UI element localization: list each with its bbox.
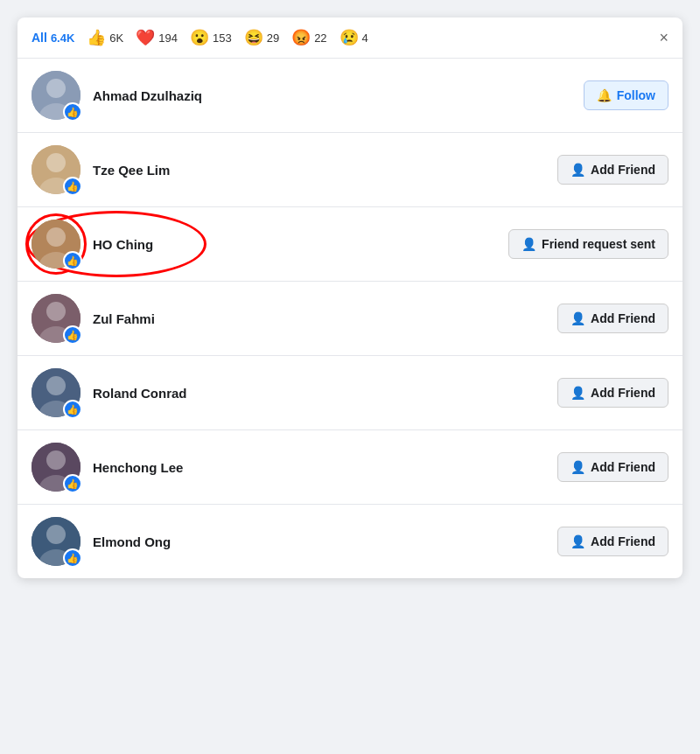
- action-icon: 👤: [570, 386, 585, 400]
- person-name: Roland Conrad: [93, 386, 557, 401]
- action-button[interactable]: 👤 Add Friend: [557, 304, 668, 333]
- reaction-angry[interactable]: 😡 22: [291, 28, 326, 47]
- haha-icon: 😆: [244, 28, 263, 47]
- list-item: 👍 Henchong Lee 👤 Add Friend: [18, 430, 682, 505]
- action-icon: 👤: [570, 163, 585, 177]
- avatar-wrap: 👍: [32, 71, 80, 120]
- reaction-like[interactable]: 👍 6K: [87, 28, 123, 47]
- person-name: Ahmad Dzulhaziq: [93, 88, 584, 103]
- svg-point-7: [46, 227, 66, 247]
- svg-point-10: [46, 302, 66, 321]
- list-item: 👍 Ahmad Dzulhaziq 🔔 Follow: [18, 59, 682, 133]
- like-badge: 👍: [63, 400, 82, 419]
- like-badge: 👍: [63, 251, 82, 270]
- avatar-wrap: 👍: [32, 443, 80, 492]
- reaction-wow[interactable]: 😮 153: [190, 28, 232, 47]
- sad-count: 4: [362, 31, 368, 45]
- close-button[interactable]: ×: [659, 30, 668, 45]
- like-icon: 👍: [87, 28, 106, 47]
- like-badge: 👍: [63, 548, 82, 568]
- reaction-love[interactable]: ❤️ 194: [136, 28, 178, 47]
- person-name: HO Ching: [93, 237, 508, 252]
- reactions-bar: All 6.4K 👍 6K ❤️ 194 😮 153 😆 29 😡 22 😢 4…: [18, 17, 682, 59]
- action-button[interactable]: 🔔 Follow: [584, 80, 668, 110]
- like-count: 6K: [109, 31, 123, 45]
- avatar-wrap: 👍: [32, 220, 80, 269]
- like-badge: 👍: [63, 102, 82, 122]
- action-label: Add Friend: [591, 163, 655, 177]
- avatar-wrap: 👍: [32, 517, 80, 566]
- avatar-wrap: 👍: [32, 145, 80, 194]
- action-icon: 🔔: [597, 88, 612, 102]
- action-label: Add Friend: [591, 460, 655, 474]
- action-button[interactable]: 👤 Add Friend: [557, 452, 668, 482]
- wow-icon: 😮: [190, 28, 209, 47]
- action-label: Follow: [617, 88, 655, 102]
- svg-point-4: [46, 153, 66, 172]
- person-name: Henchong Lee: [93, 460, 557, 475]
- avatar-wrap: 👍: [32, 368, 80, 417]
- like-badge: 👍: [63, 474, 82, 493]
- all-count: 6.4K: [51, 31, 74, 45]
- wow-count: 153: [213, 31, 232, 45]
- reaction-haha[interactable]: 😆 29: [244, 28, 279, 47]
- reactions-panel: All 6.4K 👍 6K ❤️ 194 😮 153 😆 29 😡 22 😢 4…: [18, 17, 682, 578]
- person-name: Elmond Ong: [93, 534, 557, 549]
- svg-point-1: [46, 79, 66, 98]
- list-item: 👍 Tze Qee Lim 👤 Add Friend: [18, 133, 682, 207]
- action-button[interactable]: 👤 Add Friend: [557, 527, 668, 556]
- list-item: 👍 HO Ching 👤 Friend request sent: [18, 207, 682, 282]
- sad-icon: 😢: [340, 28, 359, 47]
- action-button[interactable]: 👤 Add Friend: [557, 378, 668, 408]
- list-item: 👍 Roland Conrad 👤 Add Friend: [18, 356, 682, 430]
- angry-icon: 😡: [291, 28, 311, 47]
- haha-count: 29: [267, 31, 279, 45]
- list-item: 👍 Elmond Ong 👤 Add Friend: [18, 505, 682, 578]
- action-icon: 👤: [570, 534, 585, 548]
- reaction-all[interactable]: All 6.4K: [32, 31, 74, 45]
- action-button[interactable]: 👤 Friend request sent: [508, 229, 668, 259]
- person-name: Zul Fahmi: [93, 311, 557, 326]
- love-count: 194: [158, 31, 178, 45]
- action-button[interactable]: 👤 Add Friend: [557, 155, 668, 185]
- reaction-sad[interactable]: 😢 4: [340, 28, 368, 47]
- action-label: Add Friend: [591, 534, 655, 548]
- action-label: Add Friend: [591, 386, 655, 400]
- list-item: 👍 Zul Fahmi 👤 Add Friend: [18, 282, 682, 356]
- angry-count: 22: [314, 31, 326, 45]
- avatar-wrap: 👍: [32, 294, 80, 343]
- all-label: All: [32, 31, 47, 45]
- person-name: Tze Qee Lim: [93, 163, 557, 178]
- svg-point-16: [46, 450, 66, 470]
- action-icon: 👤: [570, 311, 585, 325]
- action-label: Friend request sent: [542, 237, 655, 251]
- svg-point-19: [46, 525, 66, 544]
- people-list: 👍 Ahmad Dzulhaziq 🔔 Follow 👍 Tze Qee Lim…: [18, 59, 682, 578]
- like-badge: 👍: [63, 325, 82, 345]
- svg-point-13: [46, 376, 66, 395]
- action-label: Add Friend: [591, 311, 655, 325]
- action-icon: 👤: [522, 237, 536, 251]
- action-icon: 👤: [570, 460, 585, 474]
- love-icon: ❤️: [136, 28, 155, 47]
- like-badge: 👍: [63, 177, 82, 196]
